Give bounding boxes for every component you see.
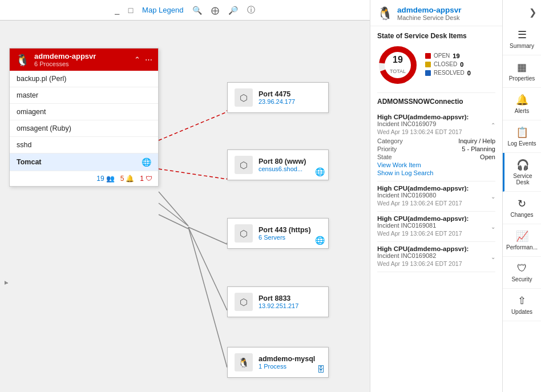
incident-state-field: State Open [377, 153, 495, 160]
collapse-icon[interactable]: ⌃ [134, 55, 140, 64]
chevron-down-icon-1[interactable]: ⌄ [491, 193, 495, 200]
map-canvas: 🐧 admdemo-appsvr 6 Processes ⌃ ⋯ backup.… [0, 21, 370, 392]
globe-badge: 🌐 [315, 236, 325, 245]
svg-line-1 [159, 169, 227, 179]
chevron-up-icon-0[interactable]: ⌃ [491, 122, 495, 128]
legend-dot-resolved [425, 70, 431, 76]
sidebar-item-performance[interactable]: 📈 Performan... [503, 224, 541, 257]
map-area: ⎯ □ Map Legend 🔍 ⨁ 🔎 ⓘ [0, 0, 370, 392]
process-item-1[interactable]: master [10, 87, 158, 104]
machine-type: Machine Service Desk [397, 14, 462, 21]
process-card-footer: 19 👥 5 🔔 1 🛡 [10, 171, 158, 186]
right-panel: 🐧 admdemo-appsvr Machine Service Desk St… [370, 0, 502, 392]
incident-row-1: High CPU(admdemo-appsvr): Incident INC01… [377, 181, 495, 212]
performance-icon: 📈 [516, 230, 528, 243]
badge-count1: 19 👥 [96, 175, 114, 183]
svg-line-7 [188, 227, 227, 367]
show-log-search-link[interactable]: Show in Log Search [377, 169, 495, 176]
chevron-down-icon-3[interactable]: ⌄ [491, 254, 495, 260]
incident-date-0: Wed Apr 19 13:06:24 EDT 2017 [377, 128, 469, 135]
sidebar-item-servicedesk[interactable]: 🎧 Service Desk [503, 153, 541, 192]
badge-count3: 1 🛡 [140, 175, 152, 183]
legend-count-resolved: 0 [467, 70, 471, 76]
process-item-2[interactable]: omiagent [10, 104, 158, 120]
servicedesk-label: Service Desk [508, 173, 538, 185]
db-badge: 🗄 [317, 365, 325, 374]
incident-category-field: Category Inquiry / Help [377, 138, 495, 144]
right-panel-body: State of Service Desk Items 19 TOTAL [370, 26, 502, 392]
chevron-down-icon-2[interactable]: ⌄ [491, 224, 495, 230]
port80-title: Port 80 (www) [259, 157, 306, 165]
svg-line-5 [188, 227, 227, 244]
linux-icon: 🐧 [235, 353, 253, 371]
toolbar: ⎯ □ Map Legend 🔍 ⨁ 🔎 ⓘ [0, 0, 370, 21]
people-icon: 👥 [106, 175, 115, 183]
donut-chart: 19 TOTAL [377, 45, 418, 86]
port443-sub: 6 Servers [259, 234, 311, 241]
node-port443[interactable]: ⬡ Port 443 (https) 6 Servers 🌐 [227, 218, 329, 249]
port4475-title: Port 4475 [259, 90, 295, 98]
security-icon: 🛡 [517, 262, 527, 274]
node-port8833[interactable]: ⬡ Port 8833 13.92.251.217 [227, 286, 329, 317]
maximize-icon[interactable]: □ [128, 6, 133, 15]
legend-resolved: RESOLVED 0 [425, 70, 471, 76]
incident-header-0: High CPU(admdemo-appsvr): Incident INC01… [377, 114, 495, 136]
sidebar-item-logevents[interactable]: 📋 Log Events [503, 120, 541, 153]
view-work-item-link[interactable]: View Work Item [377, 161, 495, 168]
svg-line-2 [159, 192, 188, 226]
zoomin-icon[interactable]: 🔎 [228, 6, 238, 15]
incident-header-1: High CPU(admdemo-appsvr): Incident INC01… [377, 185, 495, 208]
sidebar-item-security[interactable]: 🛡 Security [503, 257, 541, 289]
sidebar-item-alerts[interactable]: 🔔 Alerts [503, 88, 541, 120]
process-item-0[interactable]: backup.pl (Perl) [10, 71, 158, 87]
node-port4475[interactable]: ⬡ Port 4475 23.96.24.177 [227, 82, 329, 113]
minimize-icon[interactable]: ⎯ [115, 6, 119, 15]
machine-info: 🐧 admdemo-appsvr Machine Service Desk [377, 6, 495, 21]
mysql-title: admdemo-mysql [259, 355, 315, 363]
legend: OPEN 19 CLOSED 0 RESOLVED 0 [425, 52, 471, 78]
help-icon[interactable]: ⓘ [247, 5, 255, 15]
alerts-label: Alerts [515, 108, 530, 114]
zoomout-icon[interactable]: 🔍 [192, 6, 202, 15]
incident-id-1: Incident INC0169080 [377, 192, 469, 199]
linux-header-icon: 🐧 [15, 53, 30, 67]
incident-row-0: High CPU(admdemo-appsvr): Incident INC01… [377, 110, 495, 181]
mysql-sub: 1 Process [259, 363, 315, 370]
incident-title-2: High CPU(admdemo-appsvr): [377, 215, 469, 222]
sidebar-item-properties[interactable]: ▦ Properties [503, 55, 541, 88]
legend-dot-closed [425, 62, 431, 67]
port-icon: ⬡ [235, 224, 253, 243]
legend-count-open: 19 [453, 52, 459, 59]
changes-label: Changes [510, 212, 533, 218]
sidebar-item-summary[interactable]: ☰ Summary [503, 23, 541, 55]
incident-header-2: High CPU(admdemo-appsvr): Incident INC01… [377, 215, 495, 238]
incident-id-3: Incident INC0169082 [377, 252, 469, 259]
summary-label: Summary [510, 43, 534, 49]
incident-title-3: High CPU(admdemo-appsvr): [377, 245, 469, 252]
node-port80[interactable]: ⬡ Port 80 (www) census6.shod... 🌐 [227, 149, 329, 180]
security-label: Security [511, 276, 532, 282]
fit-icon[interactable]: ⨁ [211, 6, 219, 15]
priority-label: Priority [377, 146, 397, 152]
incident-date-3: Wed Apr 19 13:06:24 EDT 2017 [377, 260, 469, 267]
performance-label: Performan... [506, 244, 538, 250]
expand-icon[interactable]: ❯ [524, 5, 541, 20]
svg-line-3 [159, 203, 188, 226]
port4475-sub: 23.96.24.177 [259, 98, 295, 105]
right-panel-header: 🐧 admdemo-appsvr Machine Service Desk [370, 0, 502, 26]
logevents-icon: 📋 [516, 126, 528, 139]
incident-date-1: Wed Apr 19 13:06:24 EDT 2017 [377, 200, 469, 207]
sidebar-item-changes[interactable]: ↻ Changes [503, 192, 541, 224]
legend-label-closed: CLOSED [434, 61, 457, 67]
more-icon[interactable]: ⋯ [145, 55, 152, 64]
sidebar-item-updates[interactable]: ⇧ Updates [503, 289, 541, 321]
adm-label: ADMOMSSNOWConnectio [377, 92, 495, 106]
incident-header-3: High CPU(admdemo-appsvr): Incident INC01… [377, 245, 495, 268]
process-item-5[interactable]: Tomcat 🌐 [10, 153, 158, 171]
bell-icon: 🔔 [126, 175, 134, 183]
badge-count2: 5 🔔 [120, 175, 135, 183]
svg-line-0 [159, 112, 227, 140]
node-mysql[interactable]: 🐧 admdemo-mysql 1 Process 🗄 [227, 347, 329, 378]
process-item-4[interactable]: sshd [10, 137, 158, 153]
process-item-3[interactable]: omsagent (Ruby) [10, 120, 158, 137]
